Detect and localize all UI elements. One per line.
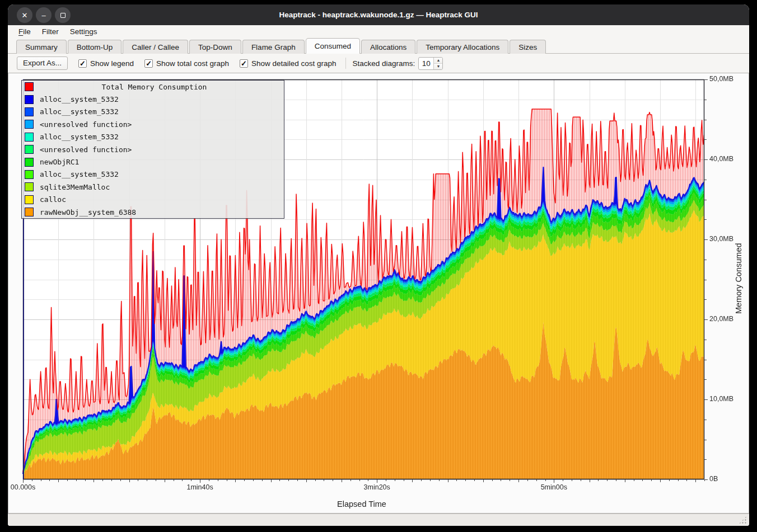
show-total-cost-checkbox[interactable]: ✓ [144, 59, 153, 68]
tab-top-down[interactable]: Top-Down [189, 40, 241, 54]
show-detailed-cost-checkbox[interactable]: ✓ [240, 59, 248, 68]
tab-summary[interactable]: Summary [16, 40, 67, 54]
legend-swatch [25, 95, 34, 104]
check-icon: ✓ [146, 59, 152, 68]
show-total-cost-checkbox-group[interactable]: ✓ Show total cost graph [144, 59, 229, 68]
y-tick-label: 10,0MB [709, 395, 733, 403]
check-icon: ✓ [80, 59, 86, 68]
x-tick-label: 3min20s [352, 483, 402, 491]
legend-row: alloc__system_5332 [22, 93, 284, 105]
toolbar-separator [345, 58, 346, 69]
legend-label: calloc [40, 195, 66, 204]
legend-swatch [25, 120, 34, 129]
check-icon: ✓ [241, 59, 247, 68]
legend-row: <unresolved function> [22, 118, 284, 130]
tab-allocations[interactable]: Allocations [361, 40, 415, 54]
legend-row: <unresolved function> [22, 143, 284, 156]
chevron-up-icon: ▲ [436, 58, 440, 62]
legend-row: alloc__system_5332 [22, 131, 284, 143]
tab-caller-callee[interactable]: Caller / Callee [123, 40, 188, 54]
app-window: ✕ – Heaptrack - heaptrack.wakunode.1.gz … [8, 4, 749, 526]
menu-settings[interactable]: Settings [64, 27, 103, 36]
show-legend-checkbox-group[interactable]: ✓ Show legend [78, 59, 134, 68]
chart-legend: Total Memory Consumptionalloc__system_53… [21, 80, 284, 219]
legend-label: alloc__system_5332 [40, 107, 119, 116]
spinner-up-button[interactable]: ▲ [434, 58, 442, 64]
legend-swatch [25, 133, 34, 142]
legend-row: alloc__system_5332 [22, 168, 284, 181]
show-detailed-cost-checkbox-group[interactable]: ✓ Show detailed cost graph [240, 59, 337, 68]
legend-title-row: Total Memory Consumption [22, 81, 284, 93]
x-axis-title: Elapsed Time [317, 500, 406, 509]
stacked-diagrams-value[interactable]: 10 [419, 58, 433, 69]
menu-filter[interactable]: Filter [36, 27, 64, 36]
legend-row: sqlite3MemMalloc [22, 181, 284, 193]
stacked-diagrams-spinner[interactable]: 10 ▲ ▼ [418, 57, 443, 70]
legend-swatch [25, 170, 34, 179]
window-title: Heaptrack - heaptrack.wakunode.1.gz — He… [8, 4, 749, 25]
show-legend-label: Show legend [90, 59, 134, 68]
tab-consumed[interactable]: Consumed [306, 38, 360, 54]
spinner-down-button[interactable]: ▼ [434, 64, 442, 69]
legend-swatch [25, 208, 34, 216]
show-total-cost-label: Show total cost graph [156, 59, 229, 68]
legend-label: <unresolved function> [40, 120, 132, 129]
tab-sizes[interactable]: Sizes [510, 40, 546, 54]
export-as-button[interactable]: Export As... [17, 57, 68, 70]
legend-label: alloc__system_5332 [40, 170, 119, 178]
x-tick-label: 00.000s [8, 483, 48, 491]
resize-grip-icon[interactable] [739, 516, 747, 524]
title-bar: ✕ – Heaptrack - heaptrack.wakunode.1.gz … [8, 4, 749, 25]
tab-temporary-allocations[interactable]: Temporary Allocations [417, 40, 508, 54]
legend-label: sqlite3MemMalloc [40, 183, 110, 191]
consumed-chart-panel: Total Memory Consumptionalloc__system_53… [8, 73, 749, 514]
legend-label: newObjRC1 [40, 158, 79, 166]
menu-file[interactable]: File [13, 27, 36, 36]
status-bar [8, 514, 749, 526]
y-tick-label: 0B [709, 475, 718, 483]
legend-swatch [25, 82, 34, 91]
y-axis-title: Memory Consumed [734, 200, 743, 357]
legend-label: alloc__system_5332 [40, 133, 119, 141]
chevron-down-icon: ▼ [436, 64, 440, 68]
menu-bar: File Filter Settings [8, 25, 749, 38]
legend-label: <unresolved function> [40, 145, 132, 154]
y-tick-label: 50,0MB [709, 75, 733, 83]
stacked-diagrams-label: Stacked diagrams: [353, 59, 415, 68]
x-tick-label: 1min40s [175, 483, 225, 491]
legend-label: Total Memory Consumption [40, 83, 269, 91]
tab-bottom-up[interactable]: Bottom-Up [68, 40, 122, 54]
legend-row: alloc__system_5332 [22, 106, 284, 118]
tab-bar: Summary Bottom-Up Caller / Callee Top-Do… [8, 38, 749, 54]
y-tick-label: 20,0MB [709, 315, 733, 323]
legend-swatch [25, 195, 34, 204]
show-legend-checkbox[interactable]: ✓ [78, 59, 87, 68]
tab-flame-graph[interactable]: Flame Graph [242, 40, 305, 54]
legend-label: rawNewObj__system_6388 [40, 208, 136, 216]
legend-swatch [25, 145, 34, 154]
y-tick-label: 30,0MB [709, 235, 733, 243]
toolbar: Export As... ✓ Show legend ✓ Show total … [8, 54, 749, 73]
show-detailed-cost-label: Show detailed cost graph [251, 59, 337, 68]
y-tick-label: 40,0MB [709, 155, 733, 163]
legend-row: calloc [22, 194, 284, 206]
legend-row: newObjRC1 [22, 156, 284, 168]
legend-swatch [25, 107, 34, 116]
x-tick-label: 5min00s [529, 483, 579, 491]
legend-swatch [25, 158, 34, 167]
legend-label: alloc__system_5332 [40, 95, 119, 103]
legend-row: rawNewObj__system_6388 [22, 206, 284, 218]
legend-swatch [25, 182, 34, 191]
